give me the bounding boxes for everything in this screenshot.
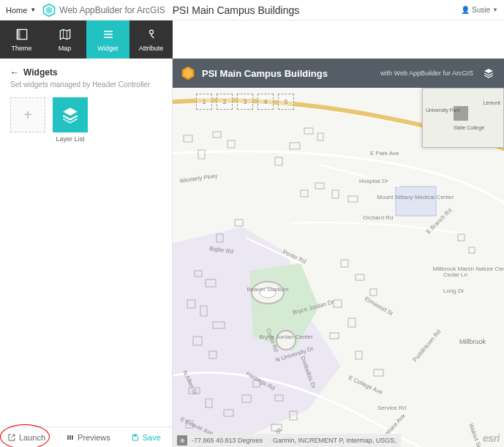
tab-label: Map: [59, 45, 72, 52]
launch-button[interactable]: Launch: [7, 433, 45, 442]
map-label: Beaver Stadium: [247, 286, 289, 293]
plus-icon: +: [23, 107, 32, 124]
previews-button[interactable]: Previews: [66, 433, 110, 442]
svg-rect-9: [69, 435, 71, 440]
app-topbar: Home ▼ Web AppBuilder for ArcGIS PSI Mai…: [0, 0, 504, 20]
widget-slots: 1 2 3 4 5: [196, 94, 294, 110]
caret-down-icon: ▼: [492, 7, 498, 13]
panel-subtitle: Set widgets managed by Header Controller: [10, 80, 162, 89]
map-icon: [58, 27, 72, 42]
slot-5[interactable]: 5: [278, 94, 294, 110]
slot-3[interactable]: 3: [237, 94, 253, 110]
tab-label: Widget: [97, 45, 118, 52]
user-name: Susie: [472, 6, 490, 14]
previews-label: Previews: [78, 433, 110, 442]
svg-rect-3: [17, 29, 20, 39]
overview-map[interactable]: University Park State College Lemont: [422, 88, 504, 148]
home-label: Home: [6, 6, 27, 15]
layers-icon: [61, 105, 80, 124]
slot-2[interactable]: 2: [217, 94, 233, 110]
road-label: Cedar Ln: [443, 271, 467, 278]
caret-down-icon: ▼: [30, 7, 36, 13]
main-area: ← Widgets Set widgets managed by Header …: [0, 59, 504, 447]
tab-label: Attribute: [139, 45, 164, 52]
add-widget-button[interactable]: +: [10, 97, 45, 132]
launch-label: Launch: [19, 433, 45, 442]
tab-map[interactable]: Map: [43, 20, 86, 59]
map-subtitle: with Web AppBuilder for ArcGIS: [380, 70, 473, 77]
product-logo: Web AppBuilder for ArcGIS: [42, 3, 165, 18]
ov-label: State College: [454, 125, 484, 130]
ov-label: University Park: [426, 108, 460, 113]
esri-logo: esri: [483, 432, 500, 444]
svg-rect-18: [396, 187, 436, 216]
tab-label: Theme: [11, 45, 31, 52]
widget-panel: ← Widgets Set widgets managed by Header …: [0, 59, 173, 447]
road-label: Orchard Rd: [363, 214, 393, 221]
coords-text: -77.865 40.813 Degrees: [192, 437, 263, 444]
launch-icon: [7, 433, 16, 442]
slot-4[interactable]: 4: [257, 94, 274, 110]
tab-widget[interactable]: Widget: [86, 20, 129, 59]
coords-bar: ⊕ -77.865 40.813 Degrees Garmin, INCREME…: [173, 434, 401, 447]
theme-icon: [15, 27, 29, 42]
footer-bar: Launch Previews Save ▲: [0, 427, 172, 447]
home-link[interactable]: Home ▼: [6, 6, 36, 15]
svg-point-7: [149, 30, 153, 34]
user-icon: 👤: [461, 6, 470, 14]
svg-rect-10: [72, 435, 73, 440]
ov-label: Lemont: [484, 100, 500, 105]
widget-icon: [101, 27, 116, 42]
config-tabs: Theme Map Widget Attribute: [0, 20, 504, 59]
road-label: Hospital Dr: [359, 178, 388, 184]
road-label: E Park Ave: [370, 150, 399, 157]
svg-rect-11: [134, 435, 137, 437]
map-logo-icon: [180, 65, 196, 81]
map-preview[interactable]: PSI Main Campus Buildings with Web AppBu…: [173, 59, 504, 447]
map-layers-button[interactable]: [481, 65, 497, 81]
map-label: Millbrook: [459, 338, 486, 345]
panel-title: Widgets: [23, 67, 58, 78]
previews-icon: [66, 433, 75, 442]
attribution-text: Garmin, INCREMENT P, Intermap, USGS,: [273, 437, 396, 444]
road-label: Long Dr: [443, 288, 464, 294]
map-header: PSI Main Campus Buildings with Web AppBu…: [173, 59, 504, 88]
map-label: Mount Nittany Medical Center: [377, 194, 454, 200]
coord-toggle-button[interactable]: ⊕: [177, 435, 187, 446]
tab-attribute[interactable]: Attribute: [129, 20, 173, 59]
map-title: PSI Main Campus Buildings: [202, 68, 328, 79]
widget-label: Layer List: [53, 135, 88, 143]
save-button[interactable]: Save: [131, 433, 161, 442]
product-name: Web AppBuilder for ArcGIS: [59, 5, 165, 15]
road-label: Service Rd: [377, 405, 406, 411]
app-title: PSI Main Campus Buildings: [173, 4, 300, 16]
back-arrow-icon[interactable]: ←: [10, 67, 19, 78]
save-label: Save: [143, 433, 161, 442]
user-menu[interactable]: 👤 Susie ▼: [461, 6, 498, 14]
tab-theme[interactable]: Theme: [0, 20, 43, 59]
attribute-icon: [144, 27, 159, 42]
slot-1[interactable]: 1: [196, 94, 212, 110]
save-icon: [131, 433, 140, 442]
svg-rect-8: [67, 435, 69, 440]
wab-hex-icon: [42, 3, 56, 18]
layer-list-widget[interactable]: [53, 97, 88, 132]
layers-icon: [482, 67, 495, 80]
svg-marker-1: [46, 7, 52, 14]
